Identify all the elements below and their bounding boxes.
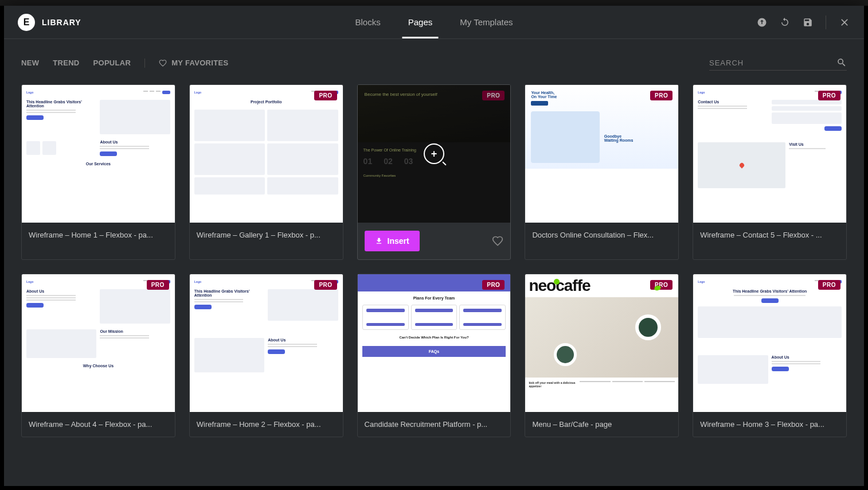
browser-tabbar: [0, 0, 868, 6]
